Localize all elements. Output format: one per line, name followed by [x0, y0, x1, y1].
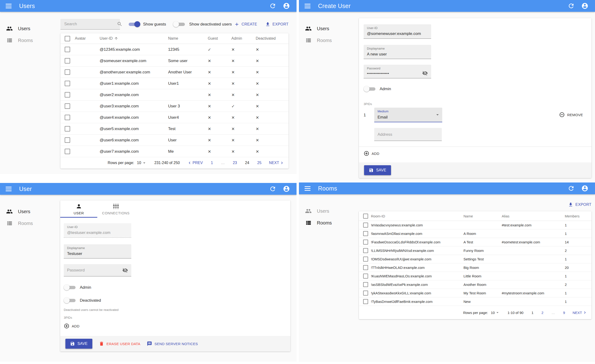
user-id-cell[interactable]: @user2:example.com — [99, 89, 168, 101]
user-id-cell[interactable]: @anotheruser:example.com — [99, 67, 168, 78]
row-checkbox[interactable] — [363, 240, 368, 245]
search-input[interactable] — [64, 21, 117, 27]
user-id-cell[interactable]: @user1:example.com — [99, 78, 168, 89]
refresh-icon[interactable] — [269, 2, 276, 9]
col-guest[interactable]: Guest — [207, 33, 231, 44]
page-link[interactable]: 1 — [211, 161, 213, 165]
visibility-off-icon[interactable] — [122, 267, 128, 273]
show-deactivated-switch[interactable] — [173, 21, 186, 27]
create-button[interactable]: CREATE — [234, 22, 257, 27]
col-user-id[interactable]: User-ID — [99, 33, 168, 44]
refresh-icon[interactable] — [568, 2, 575, 9]
room-id-cell[interactable]: !TTnlslkHHweOLAD:example.com — [371, 263, 463, 272]
sidebar-item-users[interactable]: Users — [0, 23, 57, 35]
next-button[interactable]: NEXT — [573, 310, 587, 315]
row-checkbox[interactable] — [65, 137, 70, 143]
user-id-cell[interactable]: @someuser:example.com — [99, 55, 168, 67]
tab-connections[interactable]: CONNECTIONS — [97, 200, 134, 218]
sidebar-item-users[interactable]: Users — [299, 205, 356, 217]
menu-icon[interactable] — [305, 3, 311, 9]
page-link[interactable]: 1 — [531, 311, 533, 315]
admin-switch[interactable] — [64, 284, 77, 290]
sidebar-item-rooms[interactable]: Rooms — [299, 217, 356, 229]
row-checkbox[interactable] — [65, 115, 70, 120]
row-checkbox[interactable] — [65, 149, 70, 154]
refresh-icon[interactable] — [568, 185, 575, 192]
sidebar-item-users[interactable]: Users — [0, 206, 57, 217]
sidebar-item-rooms[interactable]: Rooms — [0, 217, 57, 229]
password-field[interactable]: Password — [64, 264, 131, 276]
rows-per-page-select[interactable]: 10 — [137, 160, 147, 166]
sidebar-item-users[interactable]: Users — [299, 23, 356, 35]
displayname-field[interactable]: Displayname Testuser — [64, 244, 131, 259]
page-link[interactable]: 9 — [563, 311, 565, 315]
save-button[interactable]: SAVE — [65, 339, 92, 349]
room-id-cell[interactable]: !ykAStwxasdwsKkxGILL:example.com — [371, 289, 463, 297]
sidebar-item-rooms[interactable]: Rooms — [0, 35, 57, 46]
select-all-checkbox[interactable] — [65, 36, 70, 41]
user-id-cell[interactable]: @user5:example.com — [99, 123, 168, 134]
room-id-cell[interactable]: !lasmnwASmDllasi:example.com — [371, 230, 463, 238]
row-checkbox[interactable] — [65, 70, 70, 75]
row-checkbox[interactable] — [363, 291, 368, 295]
row-checkbox[interactable] — [363, 231, 368, 236]
account-icon[interactable] — [283, 185, 290, 192]
add-button[interactable]: ADD — [64, 323, 290, 329]
displayname-field[interactable]: Displayname A new user — [364, 45, 431, 59]
row-checkbox[interactable] — [363, 282, 368, 287]
show-deactivated-toggle[interactable]: Show deactivated users — [173, 21, 232, 27]
col-members[interactable]: Members — [562, 211, 591, 221]
room-id-cell[interactable]: !KuasNWEMasdHasLOs:example.com — [371, 272, 463, 280]
row-checkbox[interactable] — [363, 299, 368, 304]
row-checkbox[interactable] — [363, 223, 368, 228]
row-checkbox[interactable] — [65, 81, 70, 86]
user-id-cell[interactable]: @user3:example.com — [99, 101, 168, 112]
visibility-off-icon[interactable] — [422, 70, 428, 76]
room-id-cell[interactable]: !eVasdacvxysewus:example.com — [371, 221, 463, 230]
show-guests-switch[interactable] — [127, 21, 140, 27]
sidebar-item-rooms[interactable]: Rooms — [299, 35, 356, 46]
rows-per-page-select[interactable]: 10 — [491, 310, 500, 315]
row-checkbox[interactable] — [65, 126, 70, 132]
deactivated-switch[interactable] — [64, 297, 77, 303]
user-id-cell[interactable]: @user4:example.com — [99, 112, 168, 123]
refresh-icon[interactable] — [269, 185, 276, 192]
user-id-cell[interactable]: @user6:example.com — [99, 134, 168, 146]
password-field[interactable]: Password •••••••••••••••• — [364, 65, 431, 78]
send-server-notices-button[interactable]: SEND SERVER NOTICES — [147, 341, 198, 346]
row-checkbox[interactable] — [363, 265, 368, 270]
next-button[interactable]: NEXT — [269, 161, 284, 165]
room-id-cell[interactable]: !asSBSlsdWEvaXwPk:example.com — [371, 280, 463, 289]
medium-select[interactable]: Medium Email — [374, 108, 442, 122]
user-id-field[interactable]: User-ID @somenewuser:example.com — [364, 24, 431, 39]
export-button[interactable]: EXPORT — [568, 202, 591, 207]
export-button[interactable]: EXPORT — [265, 22, 289, 27]
row-checkbox[interactable] — [65, 47, 70, 52]
col-name[interactable]: Name — [463, 211, 502, 221]
account-icon[interactable] — [581, 2, 588, 9]
admin-switch[interactable] — [364, 86, 377, 92]
row-checkbox[interactable] — [65, 92, 70, 98]
tab-user[interactable]: USER — [60, 200, 97, 218]
row-checkbox[interactable] — [65, 103, 70, 109]
col-room-id[interactable]: Room-ID — [371, 211, 463, 221]
menu-icon[interactable] — [305, 185, 311, 192]
row-checkbox[interactable] — [363, 273, 368, 279]
col-admin[interactable]: Admin — [231, 33, 255, 44]
col-name[interactable]: Name — [168, 33, 207, 44]
room-id-cell[interactable]: !OMSDsdweassIlUUjjwe:example.com — [371, 255, 463, 263]
select-all-checkbox[interactable] — [363, 214, 368, 219]
room-id-cell[interactable]: !TyBasDmwelJdfFaeBmk:example.com — [371, 297, 463, 306]
row-checkbox[interactable] — [65, 58, 70, 63]
page-link[interactable]: 23 — [233, 161, 237, 165]
page-link[interactable]: 2 — [541, 311, 543, 315]
save-button[interactable]: SAVE — [364, 165, 391, 175]
erase-user-data-button[interactable]: ERASE USER DATA — [99, 341, 140, 346]
user-id-cell[interactable]: @user7:example.com — [99, 146, 168, 157]
admin-toggle[interactable]: Admin — [64, 284, 290, 290]
col-alias[interactable]: Alias — [502, 211, 562, 221]
menu-icon[interactable] — [6, 186, 12, 192]
page-link[interactable]: 25 — [257, 161, 262, 165]
page-link[interactable]: 24 — [245, 161, 249, 165]
remove-button[interactable]: REMOVE — [559, 112, 583, 118]
